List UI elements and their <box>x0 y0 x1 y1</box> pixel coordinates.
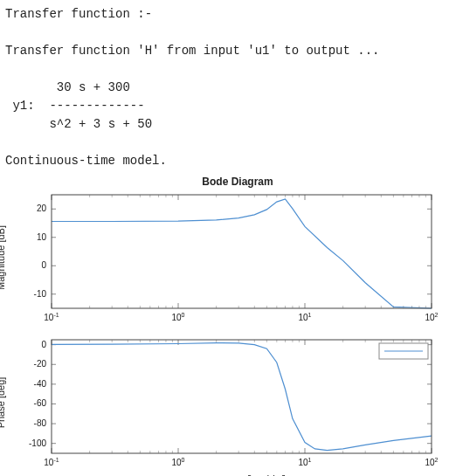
transfer-function-text: Transfer function :- Transfer function '… <box>0 0 449 170</box>
phase-plot: Phase [deg] 10-1100101102-100-80-60-40-2… <box>3 333 440 473</box>
svg-text:100: 100 <box>171 457 184 467</box>
magnitude-svg: 10-1100101102-1001020 <box>3 188 440 328</box>
svg-text:10-1: 10-1 <box>44 312 59 322</box>
svg-rect-151 <box>52 340 432 453</box>
tf-numerator: 30 s + 300 <box>5 79 444 97</box>
phase-ylabel: Phase [deg] <box>0 377 6 429</box>
svg-text:10-1: 10-1 <box>44 457 59 467</box>
tf-divider: y1: ------------- <box>5 97 444 115</box>
svg-text:-20: -20 <box>34 359 47 369</box>
svg-text:20: 20 <box>37 204 47 213</box>
model-type: Continuous-time model. <box>5 152 444 170</box>
svg-text:101: 101 <box>298 457 311 467</box>
svg-text:10: 10 <box>37 232 47 242</box>
phase-svg: 10-1100101102-100-80-60-40-200 <box>3 333 440 473</box>
blank-line <box>5 60 444 79</box>
svg-text:-60: -60 <box>34 398 47 408</box>
svg-text:0: 0 <box>41 260 46 270</box>
svg-text:102: 102 <box>425 457 438 467</box>
svg-text:100: 100 <box>171 312 184 322</box>
svg-text:-40: -40 <box>34 379 47 389</box>
magnitude-ylabel: Magnitude [dB] <box>0 225 6 290</box>
svg-text:102: 102 <box>425 312 438 322</box>
svg-text:-10: -10 <box>34 289 47 299</box>
svg-text:0: 0 <box>41 340 46 349</box>
chart-title: Bode Diagram <box>0 176 449 188</box>
svg-text:101: 101 <box>298 312 311 322</box>
heading: Transfer function :- <box>5 5 444 24</box>
svg-text:-100: -100 <box>29 438 46 448</box>
description: Transfer function 'H' from input 'u1' to… <box>5 42 444 60</box>
tf-denominator: s^2 + 3 s + 50 <box>5 115 444 134</box>
blank-line <box>5 24 444 42</box>
svg-text:-80: -80 <box>34 418 47 428</box>
blank-line <box>5 134 444 152</box>
magnitude-plot: Magnitude [dB] 10-1100101102-1001020 <box>3 188 440 328</box>
